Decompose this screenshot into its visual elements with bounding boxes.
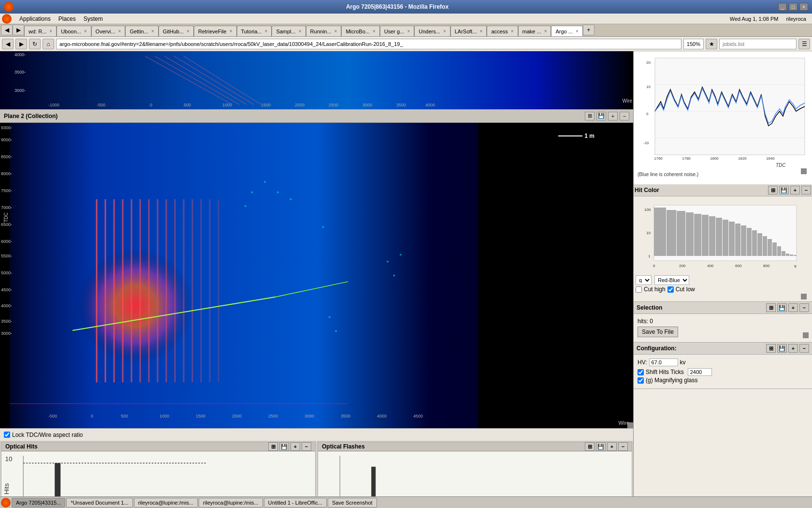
plane2-minus[interactable]: −	[620, 112, 629, 120]
of-minus[interactable]: −	[618, 442, 628, 451]
svg-rect-39	[752, 230, 757, 256]
tab-9[interactable]: MicroBo...×	[341, 26, 379, 36]
plane2-plus[interactable]: +	[608, 112, 618, 120]
tab-12[interactable]: LArSoft...×	[450, 26, 487, 36]
top-x-2500: 2500	[329, 103, 338, 107]
waveform-resize[interactable]	[801, 168, 807, 174]
tab-0[interactable]: wd: R...×	[24, 26, 57, 36]
hv-row: HV: kv	[638, 359, 808, 366]
plane2-canvas	[0, 123, 633, 428]
hc-minus[interactable]: −	[801, 186, 811, 194]
taskbar-item-0[interactable]: Argo 7205|43315...	[12, 498, 65, 508]
hc-plus[interactable]: +	[790, 186, 800, 194]
shift-hits-checkbox[interactable]	[638, 369, 644, 375]
tab-13[interactable]: access×	[487, 26, 518, 36]
taskbar-item-5[interactable]: Save Screenshot	[328, 498, 377, 508]
plane2-controls: ⊞ 💾 + −	[585, 112, 629, 120]
sel-expand[interactable]: ⊞	[766, 303, 776, 312]
plane2-resize[interactable]	[627, 422, 633, 428]
tab-4[interactable]: GitHub...×	[159, 26, 194, 36]
oh-save[interactable]: 💾	[279, 442, 289, 451]
magnify-checkbox[interactable]	[638, 377, 644, 384]
cfg-plus[interactable]: +	[788, 344, 798, 353]
svg-text:TDC: TDC	[776, 163, 786, 168]
svg-text:0: 0	[646, 112, 649, 116]
maximize-button[interactable]: □	[789, 3, 798, 11]
taskbar-item-2[interactable]: rileyrocа@lupine:/mis...	[134, 498, 198, 508]
sel-minus[interactable]: −	[799, 303, 809, 312]
cut-high-checkbox[interactable]	[636, 286, 642, 293]
hit-color-dropdown2[interactable]: Red-Blue	[654, 275, 689, 285]
taskbar-item-3[interactable]: rileyrocа@lupine:/mis...	[199, 498, 262, 508]
tab-15[interactable]: Argo ...×	[551, 26, 582, 36]
cfg-save[interactable]: 💾	[777, 344, 787, 353]
nav-back[interactable]: ◀	[2, 39, 14, 49]
svg-rect-33	[716, 218, 722, 256]
oh-minus[interactable]: −	[302, 442, 311, 451]
plane2-vis[interactable]: 9300- 9000- 8500- 8000- 7500- 7000- 6500…	[0, 123, 633, 428]
shift-hits-label[interactable]: Shift Hits Ticks	[646, 369, 684, 375]
lock-checkbox[interactable]	[4, 432, 10, 438]
tab-8[interactable]: Runnin...×	[306, 26, 342, 36]
tab-10[interactable]: User g...×	[380, 26, 414, 36]
tab-14[interactable]: make ...×	[518, 26, 551, 36]
x-3500: 3500	[341, 414, 350, 418]
tab-5[interactable]: RetrieveFile×	[194, 26, 237, 36]
search-input[interactable]	[719, 39, 797, 49]
cfg-expand[interactable]: ⊞	[766, 344, 776, 353]
hv-input[interactable]	[649, 359, 678, 366]
y-3000: 3000-	[1, 331, 12, 336]
svg-rect-48	[794, 255, 797, 256]
cut-low-checkbox[interactable]	[667, 286, 674, 293]
y-4000: 4000-	[1, 303, 12, 308]
svg-rect-45	[782, 251, 785, 256]
magnify-label[interactable]: (g) Magnifying glass	[646, 377, 697, 384]
oh-plus[interactable]: +	[290, 442, 300, 451]
cfg-minus[interactable]: −	[799, 344, 809, 353]
firefox-icon	[2, 14, 12, 24]
tab-3[interactable]: Gettin...×	[125, 26, 158, 36]
of-expand[interactable]: ⊞	[585, 442, 594, 451]
sel-save[interactable]: 💾	[777, 303, 787, 312]
top-x-1000p: 1000	[222, 103, 232, 107]
hit-color-dropdown1[interactable]: q	[636, 275, 652, 285]
bookmark-btn[interactable]: ★	[706, 39, 717, 49]
tab-7[interactable]: Sampl...×	[272, 26, 305, 36]
hit-color-resize[interactable]	[801, 294, 807, 299]
hc-expand[interactable]: ⊞	[768, 186, 778, 194]
tab-2[interactable]: Overvi...×	[91, 26, 126, 36]
cut-low-label[interactable]: Cut low	[676, 286, 695, 293]
tab-6[interactable]: Tutoria...×	[237, 26, 272, 36]
nav-home[interactable]: ⌂	[43, 39, 54, 49]
svg-rect-26	[654, 208, 666, 256]
of-save[interactable]: 💾	[596, 442, 606, 451]
url-input[interactable]	[56, 39, 682, 49]
cut-high-label[interactable]: Cut high	[644, 286, 666, 293]
oh-expand[interactable]: ⊞	[268, 442, 278, 451]
menu-places[interactable]: Places	[55, 15, 80, 23]
lock-label[interactable]: Lock TDC/Wire aspect ratio	[12, 432, 83, 438]
taskbar-item-1[interactable]: *Unsaved Document 1...	[66, 498, 132, 508]
menu-system[interactable]: System	[80, 15, 107, 23]
menu-applications[interactable]: Applications	[15, 15, 55, 23]
plane2-expand[interactable]: ⊞	[585, 112, 594, 120]
shift-hits-input[interactable]	[688, 368, 712, 376]
menu-btn[interactable]: ☰	[798, 39, 810, 49]
magnify-row: (g) Magnifying glass	[638, 377, 808, 384]
tab-1[interactable]: Uboon...×	[57, 26, 91, 36]
plane2-save[interactable]: 💾	[596, 112, 606, 120]
sel-plus[interactable]: +	[788, 303, 798, 312]
of-plus[interactable]: +	[607, 442, 617, 451]
close-button[interactable]: ×	[799, 3, 808, 11]
selection-resize[interactable]	[803, 332, 809, 338]
back-button[interactable]: ◀	[1, 25, 13, 35]
nav-reload[interactable]: ↻	[29, 39, 41, 49]
forward-button[interactable]: ▶	[13, 25, 24, 35]
taskbar-item-4[interactable]: Untitled 1 - LibreOffic...	[264, 498, 327, 508]
hc-save[interactable]: 💾	[779, 186, 789, 194]
new-tab-button[interactable]: +	[583, 25, 594, 35]
minimize-button[interactable]: _	[778, 3, 787, 11]
tab-11[interactable]: Unders...×	[414, 26, 450, 36]
nav-forward[interactable]: ▶	[15, 39, 27, 49]
save-to-file-button[interactable]: Save To File	[638, 327, 678, 337]
